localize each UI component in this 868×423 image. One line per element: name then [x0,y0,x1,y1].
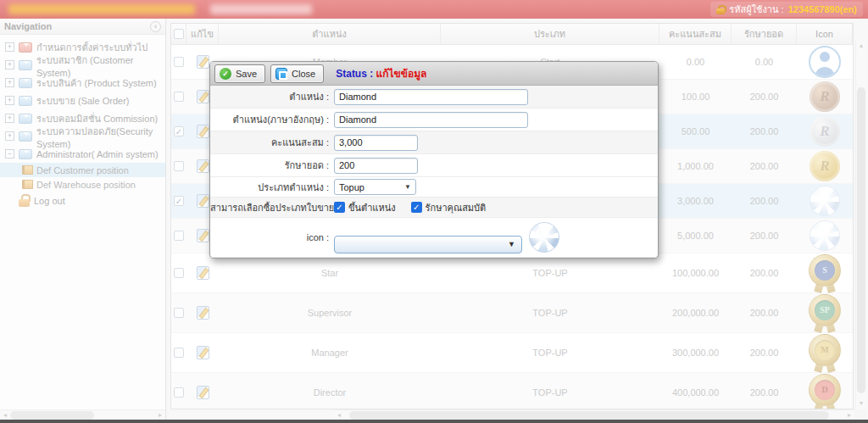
save-button-label: Save [236,69,257,79]
dialog-toolbar: ✓ Save Close Status : แก้ไขข้อมูล [210,62,658,86]
app-title-redacted [8,4,195,14]
maintain-quality-checkbox-label: รักษาคุณสมบัติ [426,200,487,215]
chevron-down-icon: ▼ [508,240,515,248]
user-id-value: 1234567890(en) [788,4,857,14]
close-button-label: Close [292,69,315,79]
position-type-label: ประเภทตำแหน่ง : [210,180,329,195]
sale-type-label: สามารถเลือกซื้อประเภทใบขาย : [210,200,329,215]
lock-icon [716,5,725,14]
edit-position-dialog: ✓ Save Close Status : แก้ไขข้อมูล ตำแหน่… [209,61,659,259]
position-input[interactable]: Diamond [334,89,528,105]
points-input[interactable]: 3,000 [334,135,418,151]
form-row-position-en: ตำแหน่ง(ภาษาอังกฤษ) : Diamond [210,109,658,131]
maintain-quality-checkbox[interactable]: ✓ [411,202,422,213]
position-en-label: ตำแหน่ง(ภาษาอังกฤษ) : [210,112,329,127]
save-check-icon: ✓ [220,68,231,80]
position-en-input[interactable]: Diamond [334,112,528,128]
form-row-sale-type: สามารถเลือกซื้อประเภทใบขาย : ✓ ขึ้นตำแหน… [210,198,658,218]
diamond-preview-icon [529,222,559,253]
close-button[interactable]: Close [270,64,324,83]
status-text: Status : แก้ไขข้อมูล [336,65,426,81]
form-row-type: ประเภทตำแหน่ง : Topup ▼ [210,177,658,198]
maintain-label: รักษายอด : [210,158,329,173]
form-row-maintain: รักษายอด : 200 [210,154,658,177]
maintain-input[interactable]: 200 [334,158,418,174]
position-type-select[interactable]: Topup ▼ [334,179,416,195]
app-window: รหัสผู้ใช้งาน : 1234567890(en) Navigatio… [0,0,868,423]
points-label: คะแนนสะสม : [210,135,329,150]
promote-checkbox[interactable]: ✓ [334,202,345,213]
form-row-points: คะแนนสะสม : 3,000 [210,131,658,154]
position-label: ตำแหน่ง : [210,89,329,104]
form-row-icon: icon : ▼ [210,218,658,258]
app-header: รหัสผู้ใช้งาน : 1234567890(en) [0,0,868,19]
chevron-down-icon: ▼ [404,183,411,191]
user-id-label: รหัสผู้ใช้งาน : [729,2,783,17]
save-button[interactable]: ✓ Save [214,64,265,83]
form-row-position: ตำแหน่ง : Diamond [210,86,658,109]
position-type-value: Topup [339,182,364,192]
status-label: Status : [336,68,373,80]
icon-label: icon : [210,232,329,242]
icon-dropdown[interactable]: ▼ [334,236,522,253]
window-bottom-edge [0,420,868,423]
status-value: แก้ไขข้อมูล [376,68,427,80]
promote-checkbox-label: ขึ้นตำแหน่ง [348,200,396,215]
close-square-icon [275,68,287,80]
app-subtitle-redacted [210,4,312,14]
user-id-chip: รหัสผู้ใช้งาน : 1234567890(en) [710,2,863,17]
